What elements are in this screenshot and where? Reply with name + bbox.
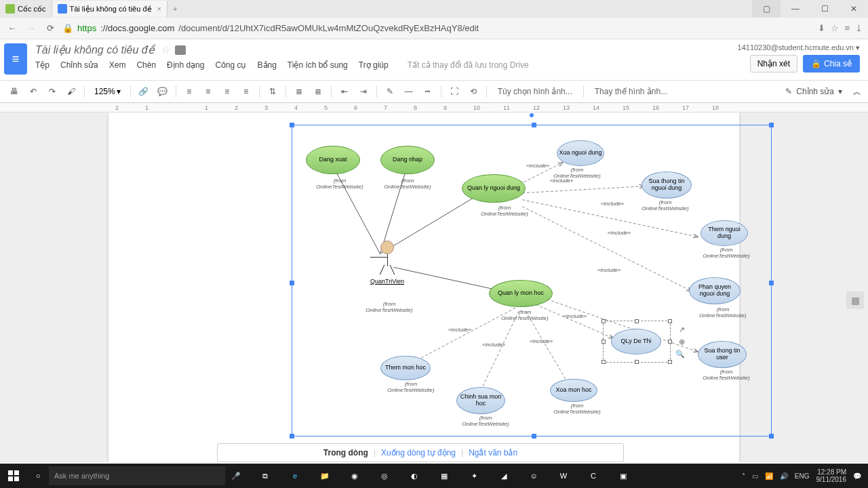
close-button[interactable]: ✕ [840, 0, 868, 18]
border-weight-icon[interactable]: — [401, 84, 416, 99]
align-right-icon[interactable]: ≡ [220, 84, 235, 99]
menu-tools[interactable]: Công cụ [215, 60, 246, 70]
search-box[interactable]: Ask me anything [49, 466, 225, 485]
docs-header: ≡ Tài liệu không có tiêu đề ☆ Tệp Chỉnh … [0, 39, 868, 80]
usecase-node: Phan quyen nguoi dung [689, 277, 741, 304]
start-button[interactable] [0, 464, 27, 488]
image-selection[interactable]: Dang xuat Dang nhap Quan ly nguoi dung X… [292, 125, 772, 436]
ruler-mark: 14 [593, 104, 599, 111]
redo-icon[interactable]: ↷ [45, 84, 60, 99]
image-options[interactable]: Tùy chọn hình ảnh... [492, 87, 578, 96]
reload-button[interactable]: ⟳ [43, 23, 57, 33]
docs-logo[interactable]: ≡ [4, 43, 27, 75]
task-view-icon[interactable]: ⧉ [251, 464, 279, 488]
tab-coccoc[interactable]: Cốc cốc [0, 1, 52, 17]
numbered-list-icon[interactable]: ≣ [292, 84, 307, 99]
app-icon[interactable]: ☺ [519, 464, 548, 488]
new-tab-button[interactable]: + [167, 5, 182, 13]
ruler-mark: 9 [443, 104, 447, 111]
indent-dec-icon[interactable]: ⇤ [337, 84, 352, 99]
menu-format[interactable]: Định dạng [167, 60, 204, 70]
zoom-select[interactable]: 125% ▾ [90, 85, 125, 98]
menu-edit[interactable]: Chỉnh sửa [60, 60, 98, 70]
explore-icon[interactable]: ▦ [846, 291, 864, 309]
ruler-mark: 16 [652, 104, 659, 111]
align-center-icon[interactable]: ≡ [201, 84, 216, 99]
app-icon[interactable]: ✦ [460, 464, 488, 488]
tray-notif-icon[interactable]: 💬 [853, 472, 861, 480]
menu-view[interactable]: Xem [109, 60, 126, 70]
border-dash-icon[interactable]: ┅ [420, 84, 435, 99]
ruler-mark: 2 [235, 104, 238, 111]
sidetool-icon[interactable]: ↗ [679, 325, 685, 334]
eclipse-icon[interactable]: ◐ [400, 464, 429, 488]
edge-icon[interactable]: e [281, 464, 309, 488]
reset-image-icon[interactable]: ⟲ [466, 84, 481, 99]
wrap-inline[interactable]: Trong dòng [323, 448, 368, 458]
comment-icon[interactable]: 💬 [155, 84, 170, 99]
share-button[interactable]: 🔒Chia sẻ [803, 55, 860, 73]
coccoc-task-icon[interactable]: ◎ [370, 464, 399, 488]
menu-ext-icon[interactable]: ≡ [844, 23, 850, 33]
tray-volume-icon[interactable]: 🔊 [780, 472, 788, 480]
print-icon[interactable]: 🖶 [7, 84, 22, 99]
link-icon[interactable]: 🔗 [136, 84, 151, 99]
wrap-break[interactable]: Ngắt văn bản [469, 448, 517, 458]
edit-mode[interactable]: ✎Chỉnh sửa ▾ ︽ [785, 86, 861, 98]
download-icon[interactable]: ⤓ [855, 23, 863, 33]
tab-close-icon[interactable]: × [157, 5, 161, 13]
star-doc-icon[interactable]: ☆ [160, 43, 170, 56]
folder-icon[interactable] [175, 45, 186, 55]
camtasia-icon[interactable]: C [579, 464, 608, 488]
tray-lang[interactable]: ENG [795, 472, 810, 480]
savior-icon[interactable]: ⬇ [818, 23, 825, 33]
vs-icon[interactable]: ◢ [490, 464, 518, 488]
explorer-icon[interactable]: 📁 [311, 464, 339, 488]
comment-button[interactable]: Nhận xét [750, 55, 797, 73]
chrome-icon[interactable]: ◉ [340, 464, 369, 488]
indent-inc-icon[interactable]: ⇥ [356, 84, 371, 99]
tray-wifi-icon[interactable]: 📶 [765, 472, 773, 480]
user-icon[interactable]: ▢ [752, 0, 781, 18]
user-email[interactable]: 14110230@student.hcmute.edu.vn ▾ [738, 43, 860, 52]
crop-icon[interactable]: ⛶ [447, 84, 462, 99]
undo-icon[interactable]: ↶ [26, 84, 41, 99]
inner-selection[interactable]: ↗ ⊕ 🔍 [603, 321, 671, 363]
app-icon[interactable]: ▣ [609, 464, 637, 488]
pencil-icon: ✎ [785, 87, 792, 96]
cortana-icon[interactable]: ○ [27, 472, 49, 480]
chevron-up-icon[interactable]: ︽ [853, 86, 861, 98]
image-replace[interactable]: Thay thế hình ảnh... [589, 87, 673, 96]
paint-format-icon[interactable]: 🖌 [64, 84, 79, 99]
back-button[interactable]: ← [5, 23, 19, 33]
mic-icon[interactable]: 🎤 [225, 472, 247, 481]
sidetool-icon[interactable]: 🔍 [675, 350, 685, 359]
align-left-icon[interactable]: ≡ [182, 84, 197, 99]
doc-title[interactable]: Tài liệu không có tiêu đề [35, 43, 155, 56]
tray-battery-icon[interactable]: ▭ [752, 472, 758, 480]
border-color-icon[interactable]: ✎ [382, 84, 397, 99]
menu-help[interactable]: Trợ giúp [359, 60, 389, 70]
minimize-button[interactable]: — [781, 0, 810, 18]
star-icon[interactable]: ☆ [831, 23, 839, 33]
bullet-list-icon[interactable]: ≣ [311, 84, 326, 99]
wrap-auto[interactable]: Xuống dòng tự động [381, 448, 456, 458]
menu-table[interactable]: Bảng [258, 60, 277, 70]
tray-clock[interactable]: 12:28 PM9/11/2016 [816, 468, 847, 483]
tab-document[interactable]: Tài liệu không có tiêu đề× [52, 1, 167, 17]
line-spacing-icon[interactable]: ⇅ [265, 84, 280, 99]
app-icon[interactable]: ▦ [430, 464, 458, 488]
svg-line-3 [394, 267, 502, 291]
sidetool-icon[interactable]: ⊕ [679, 338, 685, 346]
menu-addons[interactable]: Tiện ích bổ sung [288, 60, 348, 70]
word-icon[interactable]: W [549, 464, 578, 488]
menu-file[interactable]: Tệp [35, 60, 50, 70]
align-justify-icon[interactable]: ≡ [239, 84, 254, 99]
rotate-handle[interactable] [530, 113, 534, 117]
forward-button[interactable]: → [24, 23, 38, 33]
tray-chevron-icon[interactable]: ˄ [742, 472, 745, 480]
usecase-node: Xoa nguoi dung [557, 140, 604, 166]
menu-insert[interactable]: Chèn [136, 60, 156, 70]
maximize-button[interactable]: ☐ [810, 0, 839, 18]
address-bar[interactable]: 🔒 https://docs.google.com/document/d/12U… [62, 23, 812, 33]
